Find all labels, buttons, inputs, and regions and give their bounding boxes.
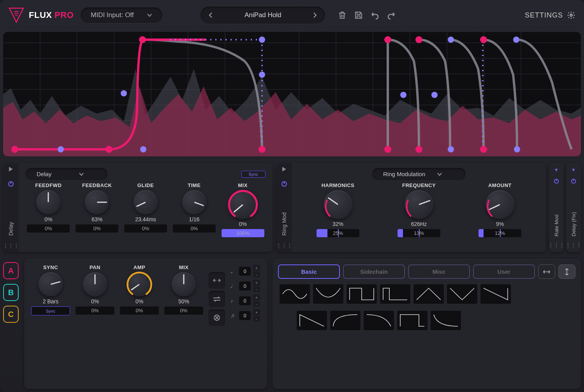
- save-button[interactable]: [354, 10, 363, 20]
- knob-mod-value[interactable]: 0%: [124, 224, 167, 233]
- knob-dial[interactable]: [36, 190, 60, 214]
- mirror-button[interactable]: [209, 272, 225, 289]
- knob-mod-value[interactable]: 0%: [173, 224, 216, 233]
- spinner-value[interactable]: 0: [239, 267, 251, 276]
- grid-icon[interactable]: ⋮⋮⋮: [3, 243, 19, 249]
- swap-button[interactable]: [209, 291, 225, 307]
- brand-flux: FLUX: [29, 10, 52, 20]
- wave-shape-step[interactable]: [397, 311, 427, 330]
- slot-c-button[interactable]: C: [3, 306, 19, 323]
- strip-rate-mod[interactable]: ▼ Rate Mod ⋮⋮⋮: [549, 163, 564, 252]
- slot-a-button[interactable]: A: [3, 262, 19, 279]
- grid-icon[interactable]: ⋮⋮⋮: [276, 243, 292, 249]
- modulation-graph[interactable]: [3, 32, 581, 156]
- wave-shape-sawdown[interactable]: [480, 284, 511, 304]
- wave-tab-misc[interactable]: Misc: [408, 264, 470, 279]
- knob-mod-value[interactable]: 0%: [76, 224, 118, 233]
- wave-shape-valley[interactable]: [313, 284, 343, 304]
- spinner-down[interactable]: -: [253, 286, 260, 292]
- knob-mod-value[interactable]: 100%: [222, 229, 264, 237]
- spinner-row: ♬ 0 +-: [230, 309, 260, 322]
- play-icon[interactable]: [281, 166, 287, 173]
- preset-name[interactable]: AniPad Hold: [219, 11, 306, 19]
- power-button-left[interactable]: [7, 180, 14, 189]
- wave-tab-sidechain[interactable]: Sidechain: [343, 264, 405, 279]
- brand-pro: PRO: [55, 10, 74, 20]
- knob-value: 2 Bars: [43, 298, 58, 304]
- knob-mod-value[interactable]: 25%: [317, 229, 359, 237]
- knob-value: 1/16: [189, 216, 199, 222]
- fx-type-select-right[interactable]: Ring Modulation: [372, 168, 466, 180]
- wave-shape-square[interactable]: [347, 284, 377, 304]
- strip-delay-fix[interactable]: ▼ Delay (Fix) ⋮⋮⋮: [566, 163, 581, 252]
- knob-dial[interactable]: [405, 190, 433, 219]
- fx-type-label: Ring Modulation: [383, 171, 425, 177]
- preset-prev-button[interactable]: [205, 10, 216, 21]
- knob-mod-value[interactable]: 12%: [478, 229, 521, 237]
- wave-shape-triangle[interactable]: [413, 284, 444, 304]
- grid-icon[interactable]: ⋮⋮⋮: [548, 242, 565, 248]
- midi-input-select[interactable]: MIDI Input: Off: [81, 7, 162, 23]
- svg-point-35: [140, 146, 146, 152]
- wave-shape-sawup[interactable]: [297, 311, 327, 330]
- play-icon[interactable]: [8, 166, 14, 173]
- knob-dial[interactable]: [324, 190, 352, 219]
- knob-dial[interactable]: [229, 190, 257, 219]
- knob-mod-value[interactable]: 13%: [398, 229, 440, 237]
- wave-shape-vee[interactable]: [447, 284, 477, 304]
- knob-dial[interactable]: [85, 190, 109, 214]
- grid-icon[interactable]: ⋮⋮⋮: [565, 242, 582, 248]
- svg-point-31: [415, 36, 422, 43]
- knob-mod-value[interactable]: 0%: [76, 306, 114, 315]
- wave-shape-sine[interactable]: [280, 284, 310, 304]
- wave-shape-logcurve[interactable]: [364, 311, 394, 330]
- settings-button[interactable]: SETTINGS: [525, 11, 575, 19]
- knob-dial[interactable]: [172, 272, 196, 296]
- spinner-value[interactable]: 0: [239, 311, 251, 320]
- knob-dial[interactable]: [182, 190, 206, 214]
- redo-button[interactable]: [387, 10, 396, 20]
- power-button-right[interactable]: [281, 180, 288, 189]
- knob-dial[interactable]: [83, 272, 107, 296]
- svg-point-32: [480, 36, 487, 43]
- vertical-expand-button[interactable]: [558, 264, 575, 279]
- wave-shape-expcurve[interactable]: [330, 311, 361, 330]
- slot-b-button[interactable]: B: [3, 284, 19, 301]
- knob-mod-value[interactable]: 0%: [27, 224, 70, 233]
- wave-shape-expdecay[interactable]: [431, 311, 461, 330]
- spinner-value[interactable]: 0: [239, 296, 251, 305]
- spinner-up[interactable]: +: [253, 280, 260, 285]
- knob-mix: MIX 0% 100%: [222, 182, 264, 237]
- knob-mod-value[interactable]: Sync: [31, 306, 70, 315]
- spinner-up[interactable]: +: [253, 309, 260, 315]
- wave-tab-user[interactable]: User: [473, 264, 535, 279]
- note-spinners: 𝅝 0 +- 𝅗𝅥 0 +- ♪ 0 +- ♬ 0 +-: [230, 264, 260, 383]
- spinner-down[interactable]: -: [253, 301, 260, 307]
- spinner-up[interactable]: +: [253, 294, 260, 300]
- chevron-down-icon: [147, 12, 152, 18]
- knob-dial[interactable]: [485, 190, 514, 219]
- spinner-up[interactable]: +: [253, 265, 260, 271]
- undo-button[interactable]: [370, 10, 380, 20]
- power-button[interactable]: [553, 178, 559, 186]
- spinner-down[interactable]: -: [253, 316, 260, 322]
- wave-shape-pulse[interactable]: [380, 284, 410, 304]
- trash-button[interactable]: [338, 10, 347, 20]
- knob-dial[interactable]: [134, 190, 158, 214]
- knob-mod-value[interactable]: 0%: [164, 306, 203, 315]
- horizontal-expand-button[interactable]: [538, 264, 555, 279]
- triangle-down-icon: ▼: [571, 167, 576, 173]
- clear-button[interactable]: [209, 310, 225, 326]
- preset-next-button[interactable]: [310, 10, 320, 21]
- knob-dial[interactable]: [39, 272, 63, 296]
- spinner-value[interactable]: 0: [239, 282, 251, 290]
- power-button[interactable]: [570, 178, 577, 186]
- sync-button[interactable]: Sync: [241, 171, 266, 178]
- knob-value: 0%: [135, 298, 143, 304]
- fx-type-select-left[interactable]: Delay: [26, 168, 107, 180]
- spinner-down[interactable]: -: [253, 271, 260, 277]
- knob-mod-value[interactable]: 0%: [120, 306, 159, 315]
- wave-tab-basic[interactable]: Basic: [278, 264, 340, 279]
- knob-value: 0%: [44, 216, 52, 222]
- knob-dial[interactable]: [127, 272, 151, 296]
